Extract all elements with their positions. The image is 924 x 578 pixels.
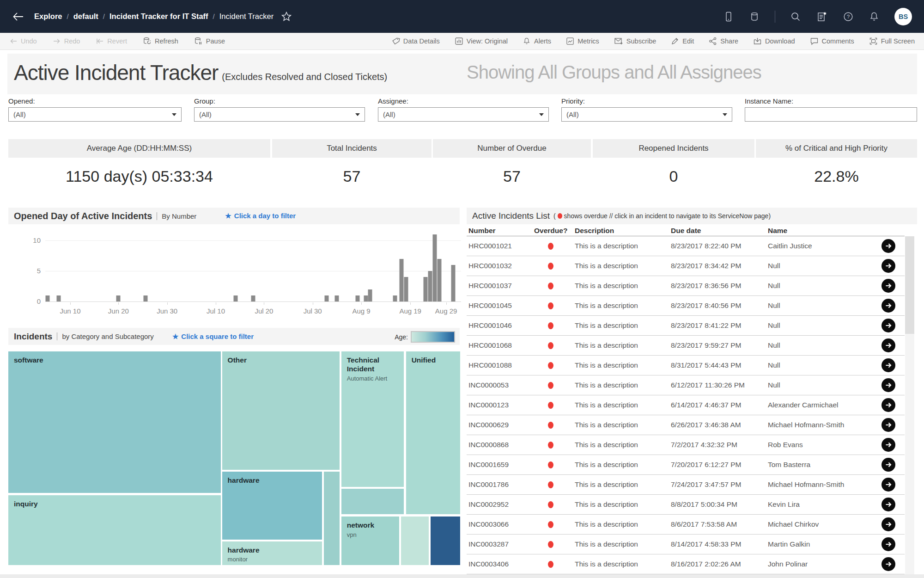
bar-aug-16[interactable] — [393, 295, 397, 301]
open-in-servicenow-button[interactable] — [881, 498, 895, 511]
treemap-block-software[interactable]: software — [8, 351, 221, 493]
open-in-servicenow-button[interactable] — [881, 358, 895, 372]
treemap-block-other[interactable]: Other — [222, 351, 340, 470]
table-row[interactable]: INC0000629This is a description6/26/2017… — [467, 415, 905, 435]
open-in-servicenow-button[interactable] — [881, 398, 895, 412]
bar-aug-22[interactable] — [428, 271, 432, 301]
notifications-button[interactable] — [869, 11, 880, 22]
bar-aug-11[interactable] — [368, 289, 372, 301]
bar-aug-18[interactable] — [404, 277, 408, 301]
table-row[interactable]: INC0001659This is a description7/20/2017… — [467, 455, 905, 475]
revert-button[interactable]: Revert — [96, 37, 127, 45]
treemap-block-sublabel: monitor — [228, 556, 316, 563]
download-button[interactable]: Download — [753, 37, 795, 45]
bar-jun-20[interactable] — [116, 295, 121, 301]
treemap-block-inquiry[interactable]: inquiry — [8, 495, 221, 565]
bar-jul-18[interactable] — [251, 295, 255, 301]
filter-group-dropdown[interactable]: (All) — [194, 107, 365, 122]
open-in-servicenow-button[interactable] — [881, 537, 895, 551]
open-in-servicenow-button[interactable] — [881, 458, 895, 472]
undo-button[interactable]: Undo — [9, 37, 37, 45]
breadcrumb-explore[interactable]: Explore — [34, 12, 62, 21]
bar-aug-24[interactable] — [438, 259, 442, 301]
treemap-block[interactable] — [401, 517, 429, 565]
table-row[interactable]: INC0003066This is a description8/6/2017 … — [467, 515, 905, 535]
edit-button[interactable]: Edit — [671, 37, 694, 45]
treemap-block[interactable] — [341, 489, 404, 514]
help-button[interactable]: ? — [843, 11, 854, 22]
bar-aug-5[interactable] — [334, 295, 339, 301]
data-source-button[interactable] — [749, 11, 760, 22]
refresh-button[interactable]: Refresh — [143, 37, 178, 45]
mobile-preview-button[interactable] — [723, 11, 734, 22]
table-row[interactable]: HRC0001068This is a description8/23/2017… — [467, 336, 905, 356]
bar-aug-10[interactable] — [364, 295, 368, 301]
table-row[interactable]: HRC0001046This is a description8/23/2017… — [467, 316, 905, 336]
bar-aug-8[interactable] — [355, 295, 359, 301]
user-avatar[interactable]: BS — [894, 8, 912, 25]
open-in-servicenow-button[interactable] — [881, 478, 895, 492]
table-row[interactable]: INC0003406This is a description8/16/2017… — [467, 554, 905, 574]
treemap-block-hardware[interactable]: hardware — [222, 472, 322, 540]
table-row[interactable]: INC0000123This is a description6/14/2017… — [467, 395, 905, 415]
pause-button[interactable]: Pause — [194, 37, 225, 45]
table-row[interactable]: HRC0001088This is a description8/31/2017… — [467, 356, 905, 375]
bar-jul-14[interactable] — [234, 295, 238, 301]
bar-aug-21[interactable] — [423, 277, 427, 301]
bar-jun-7[interactable] — [46, 295, 50, 301]
table-row[interactable]: HRC0001045This is a description8/23/2017… — [467, 296, 905, 316]
filter-opened-dropdown[interactable]: (All) — [8, 107, 182, 122]
favorites-list-button[interactable] — [816, 11, 828, 22]
y-axis-tick-label: 10 — [23, 236, 41, 244]
alerts-button[interactable]: Alerts — [523, 37, 551, 45]
bar-aug-17[interactable] — [400, 259, 404, 301]
treemap-block-hardware[interactable]: hardwaremonitor — [222, 541, 322, 565]
open-in-servicenow-button[interactable] — [881, 319, 895, 332]
open-in-servicenow-button[interactable] — [881, 259, 895, 273]
open-in-servicenow-button[interactable] — [881, 378, 895, 392]
treemap-block-technical-incident[interactable]: Technical IncidentAutomatic Alert — [341, 351, 404, 487]
open-in-servicenow-button[interactable] — [881, 299, 895, 313]
open-in-servicenow-button[interactable] — [881, 279, 895, 293]
treemap-block-unified[interactable]: Unified — [406, 351, 460, 514]
search-button[interactable] — [790, 11, 801, 22]
view-original-button[interactable]: View: Original — [455, 37, 508, 45]
comments-button[interactable]: Comments — [810, 37, 854, 45]
filter-priority-dropdown[interactable]: (All) — [561, 107, 732, 122]
data-details-button[interactable]: Data Details — [391, 37, 440, 46]
table-row[interactable]: INC0003287This is a description8/14/2017… — [467, 535, 905, 554]
treemap-block[interactable] — [324, 472, 340, 565]
bar-jun-26[interactable] — [143, 295, 147, 301]
table-row[interactable]: INC0000053This is a description6/12/2017… — [467, 375, 905, 395]
table-row[interactable]: INC0001786This is a description7/24/2017… — [467, 475, 905, 495]
table-row[interactable]: INC0000868This is a description7/2/2017 … — [467, 435, 905, 455]
table-row[interactable]: HRC0001037This is a description8/23/2017… — [467, 276, 905, 296]
favorite-star-button[interactable] — [281, 11, 292, 22]
open-in-servicenow-button[interactable] — [881, 418, 895, 432]
bar-aug-23[interactable] — [433, 234, 437, 301]
open-in-servicenow-button[interactable] — [881, 239, 895, 253]
open-in-servicenow-button[interactable] — [881, 338, 895, 352]
table-scrollbar-thumb[interactable] — [905, 236, 914, 334]
redo-button[interactable]: Redo — [53, 37, 80, 45]
bar-jun-8[interactable] — [56, 295, 61, 301]
back-button[interactable] — [12, 12, 24, 22]
table-row[interactable]: HRC0001021This is a description8/23/2017… — [467, 236, 905, 256]
bar-aug-27[interactable] — [451, 265, 455, 301]
treemap-block-network[interactable]: networkvpn — [341, 517, 399, 565]
share-button[interactable]: Share — [709, 37, 738, 45]
open-in-servicenow-button[interactable] — [881, 517, 895, 531]
instance-name-input[interactable] — [750, 110, 912, 119]
filter-assignee-dropdown[interactable]: (All) — [378, 107, 549, 122]
breadcrumb-project[interactable]: default — [73, 12, 98, 21]
bar-aug-3[interactable] — [325, 295, 329, 301]
full-screen-button[interactable]: Full Screen — [869, 37, 915, 45]
open-in-servicenow-button[interactable] — [881, 438, 895, 452]
open-in-servicenow-button[interactable] — [881, 557, 895, 571]
subscribe-button[interactable]: Subscribe — [614, 37, 656, 45]
breadcrumb-workbook[interactable]: Incident Tracker for IT Staff — [109, 12, 208, 21]
table-row[interactable]: INC0002952This is a description8/8/2017 … — [467, 495, 905, 515]
treemap-block[interactable] — [431, 517, 460, 565]
table-row[interactable]: HRC0001032This is a description8/23/2017… — [467, 256, 905, 276]
metrics-button[interactable]: Metrics — [566, 37, 599, 45]
